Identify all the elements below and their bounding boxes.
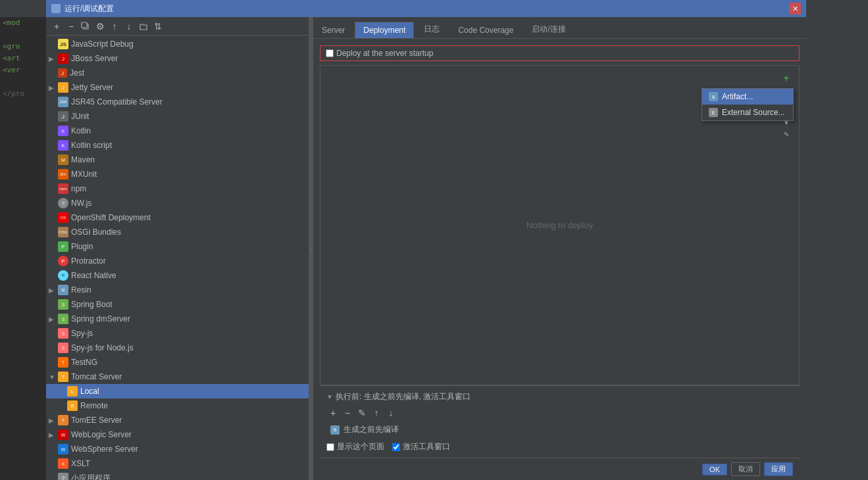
code-line: <ver [0,64,46,76]
tree-item-mxunit[interactable]: MX MXUnit [46,167,309,181]
tomee-icon: T [58,415,68,425]
testng-icon: T [58,357,68,368]
activate-label[interactable]: 激活工具窗口 [392,441,450,452]
spring-boot-label: Spring Boot [71,300,113,309]
tab-deployment[interactable]: Deployment [355,22,414,38]
folder-button[interactable] [137,20,150,33]
left-panel: + − ⚙ ↑ ↓ ⇅ [46,17,309,480]
activate-checkbox[interactable] [392,443,400,451]
nwjs-icon: ? [58,198,68,208]
deploy-add-button[interactable]: + [779,71,794,85]
apply-button[interactable]: 应用 [764,462,793,476]
weblogic-icon: W [58,429,68,440]
tree-item-spy-js-node[interactable]: S Spy-js for Node.js [46,341,309,355]
before-launch-remove-button[interactable]: − [341,406,354,420]
plugin-icon: P [58,241,68,252]
tree-item-tomcat-remote[interactable]: R Remote [46,398,309,413]
dropdown-item-artifact[interactable]: A Artifact... [702,89,793,105]
code-line: <gro [0,41,46,53]
expand-arrow: ▶ [49,431,58,439]
maven-icon: M [58,155,68,165]
edit-button[interactable]: ✎ [779,129,794,139]
before-launch-edit-button[interactable]: ✎ [355,406,369,420]
dialog-icon [51,4,61,13]
dialog-content: + − ⚙ ↑ ↓ ⇅ [46,17,806,480]
tree-item-javascript-debug[interactable]: JS JavaScript Debug [46,37,309,51]
tree-item-spy-js[interactable]: S Spy-js [46,326,309,341]
move-up-button[interactable]: ↑ [108,20,121,33]
tree-item-xslt[interactable]: X XSLT [46,456,309,471]
tree-item-plugin[interactable]: P Plugin [46,239,309,254]
osgi-icon: OSG [58,227,68,237]
tree-item-websphere[interactable]: W WebSphere Server [46,442,309,456]
protractor-icon: P [58,256,68,266]
tree-item-npm[interactable]: npm npm [46,181,309,196]
before-launch-add-button[interactable]: + [326,406,340,420]
javascript-debug-icon: JS [58,39,68,49]
copy-config-button[interactable] [79,20,92,33]
tomcat-remote-label: Remote [80,401,108,410]
tree-item-maven[interactable]: M Maven [46,153,309,167]
show-page-checkbox[interactable] [326,443,334,451]
resin-icon: R [58,285,68,295]
tree-item-jsr45[interactable]: JSR JSR45 Compatible Server [46,95,309,109]
websphere-label: WebSphere Server [71,444,138,454]
dialog-buttons: OK 取消 应用 [320,458,800,480]
tree-item-protractor[interactable]: P Protractor [46,254,309,268]
spring-dm-label: Spring dmServer [71,314,130,324]
deploy-dropdown-menu: A Artifact... E External Source... [702,88,794,121]
config-tree[interactable]: JS JavaScript Debug ▶ J JBoss Server J J… [46,36,309,480]
tab-log[interactable]: 日志 [415,20,448,38]
show-page-label[interactable]: 显示这个页面 [326,441,384,452]
sort-button[interactable]: ⇅ [151,20,165,33]
tree-item-mini-app[interactable]: 小 小应用程序 [46,471,309,480]
deploy-at-startup-checkbox[interactable] [326,49,334,57]
tree-item-jetty-server[interactable]: ▶ J Jetty Server [46,80,309,95]
tree-item-weblogic[interactable]: ▶ W WebLogic Server [46,427,309,442]
cancel-button[interactable]: 取消 [731,462,760,476]
settings-config-button[interactable]: ⚙ [93,20,107,33]
tab-startup[interactable]: 启动/连接 [523,20,574,38]
tree-item-nwjs[interactable]: ? NW.js [46,196,309,210]
tree-item-kotlin-script[interactable]: K Kotlin script [46,138,309,153]
nothing-to-deploy-text: Nothing to deploy [526,220,593,230]
tree-item-spring-boot[interactable]: S Spring Boot [46,297,309,312]
tree-item-react-native[interactable]: ⚛ React Native [46,268,309,283]
ok-button[interactable]: OK [702,464,727,475]
tree-item-tomee-server[interactable]: ▶ T TomEE Server [46,413,309,427]
tree-item-resin[interactable]: ▶ R Resin [46,283,309,297]
tree-item-jboss-server[interactable]: ▶ J JBoss Server [46,51,309,66]
before-launch-down-button[interactable]: ↓ [384,406,397,420]
jetty-label: Jetty Server [71,83,113,92]
deploy-at-startup-label[interactable]: Deploy at the server startup [320,45,800,61]
move-down-button[interactable]: ↓ [122,20,136,33]
remove-config-button[interactable]: − [64,20,78,33]
nwjs-label: NW.js [71,199,91,208]
jsr45-icon: JSR [58,97,68,107]
collapse-arrow: ▼ [49,373,58,381]
add-config-button[interactable]: + [50,20,63,33]
junit-label: JUnit [71,112,89,121]
tab-server[interactable]: Server [313,22,353,38]
tree-item-osgi[interactable]: OSG OSGi Bundles [46,225,309,239]
weblogic-label: WebLogic Server [71,430,132,439]
tree-item-tomcat-server[interactable]: ▼ T Tomcat Server [46,370,309,384]
close-button[interactable]: ✕ [789,3,801,14]
editor-background: <mod <gro <art <ver </pro [0,17,46,480]
tree-item-testng[interactable]: T TestNG [46,355,309,370]
openshift-icon: OS [58,212,68,223]
maven-label: Maven [71,155,95,164]
websphere-icon: W [58,444,68,454]
spring-boot-icon: S [58,299,68,310]
mini-app-icon: 小 [58,473,68,480]
tab-coverage[interactable]: Code Coverage [449,22,522,38]
dropdown-item-external-source[interactable]: E External Source... [702,105,793,120]
tree-item-junit[interactable]: J JUnit [46,109,309,124]
tree-item-spring-dm[interactable]: ▶ S Spring dmServer [46,312,309,326]
tree-item-jest[interactable]: J Jest [46,66,309,80]
tree-item-kotlin[interactable]: K Kotlin [46,124,309,138]
tree-item-tomcat-local[interactable]: L Local [46,384,309,398]
tree-item-openshift[interactable]: OS OpenShift Deployment [46,210,309,225]
before-launch-up-button[interactable]: ↑ [370,406,383,420]
expand-arrow: ▶ [49,316,58,323]
